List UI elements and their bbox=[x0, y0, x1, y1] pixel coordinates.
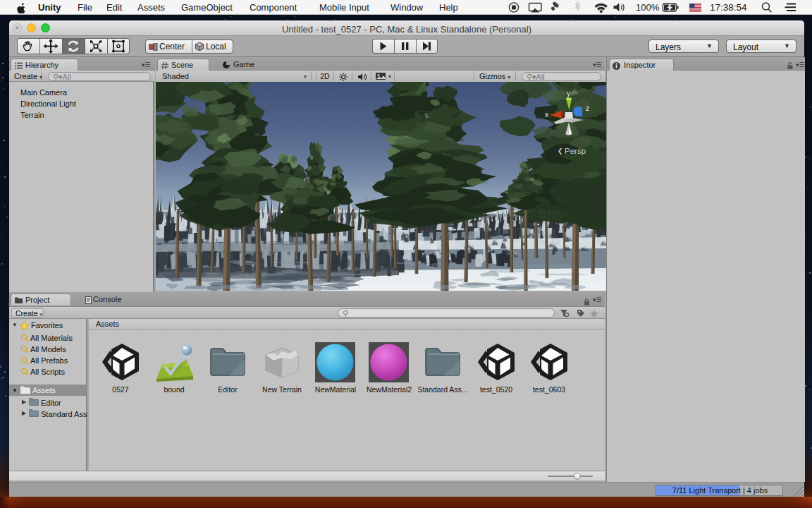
svg-text:100%: 100% bbox=[636, 2, 660, 13]
svg-text:x: x bbox=[545, 110, 549, 119]
svg-text:❮: ❮ bbox=[558, 147, 563, 155]
svg-text:Persp: Persp bbox=[565, 147, 586, 155]
svg-text:y: y bbox=[567, 89, 571, 97]
svg-text:z: z bbox=[586, 104, 589, 112]
svg-text:17:38:54: 17:38:54 bbox=[710, 2, 747, 13]
